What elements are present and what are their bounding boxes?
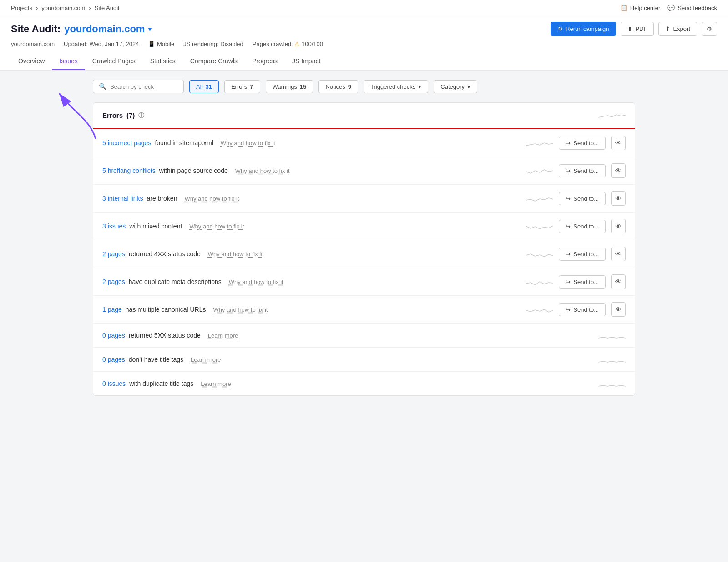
send-icon-1: ↪ [566, 167, 571, 174]
issue-link-6[interactable]: 1 page [102, 306, 122, 313]
tab-progress[interactable]: Progress [245, 53, 285, 70]
issue-link-4[interactable]: 2 pages [102, 250, 125, 258]
issue-link-9[interactable]: 0 issues [102, 380, 126, 387]
eye-button-0[interactable]: 👁 [611, 136, 626, 150]
tab-js-impact[interactable]: JS Impact [285, 53, 328, 70]
tab-compare-crawls[interactable]: Compare Crawls [183, 53, 245, 70]
send-feedback-button[interactable]: 💬 Send feedback [667, 5, 717, 11]
filter-notices-label: Notices [325, 83, 345, 90]
filter-warnings-button[interactable]: Warnings 15 [266, 80, 313, 93]
sparkline-3 [526, 221, 553, 232]
sparkline-0 [526, 137, 553, 148]
issue-row-7: 0 pages returned 5XX status code Learn m… [93, 324, 635, 348]
issue-link-0[interactable]: 5 incorrect pages [102, 139, 151, 147]
fix-link-7[interactable]: Learn more [208, 332, 238, 339]
category-dropdown[interactable]: Category ▾ [434, 80, 477, 93]
issue-row-1: 5 hreflang conflicts within page source … [93, 157, 635, 185]
issue-text-1: within page source code [159, 167, 228, 174]
domain-dropdown[interactable]: yourdomain.com ▼ [64, 23, 153, 35]
fix-link-8[interactable]: Learn more [191, 356, 221, 363]
issue-link-3[interactable]: 3 issues [102, 223, 126, 230]
fix-link-6[interactable]: Why and how to fix it [213, 306, 268, 313]
help-center-button[interactable]: 📋 Help center [620, 5, 660, 11]
issue-right-2: ↪ Send to... 👁 [526, 191, 626, 206]
issue-row-6: 1 page has multiple canonical URLs Why a… [93, 296, 635, 324]
fix-link-2[interactable]: Why and how to fix it [184, 195, 239, 202]
tab-statistics[interactable]: Statistics [143, 53, 183, 70]
filter-errors-label: Errors [231, 83, 247, 90]
eye-icon-1: 👁 [615, 167, 622, 174]
fix-link-5[interactable]: Why and how to fix it [229, 278, 283, 285]
send-button-5[interactable]: ↪ Send to... [559, 275, 606, 289]
send-label-4: Send to... [573, 251, 599, 258]
issue-link-2[interactable]: 3 internal links [102, 195, 143, 202]
search-input[interactable] [110, 83, 178, 90]
tab-crawled-pages[interactable]: Crawled Pages [85, 53, 143, 70]
fix-link-1[interactable]: Why and how to fix it [235, 167, 290, 174]
info-icon[interactable]: ⓘ [138, 111, 144, 120]
issue-right-9 [526, 378, 626, 389]
pages-crawled-meta: Pages crawled: ⚠ 100/100 [253, 41, 323, 47]
updated-meta: Updated: Wed, Jan 17, 2024 [64, 41, 139, 47]
eye-button-2[interactable]: 👁 [611, 191, 626, 206]
feedback-icon: 💬 [667, 5, 675, 11]
header: Site Audit: yourdomain.com ▼ ↻ Rerun cam… [0, 16, 728, 71]
search-icon: 🔍 [99, 83, 106, 90]
eye-icon-6: 👁 [615, 306, 622, 313]
rerun-campaign-button[interactable]: ↻ Rerun campaign [551, 22, 616, 36]
filter-warnings-count: 15 [300, 83, 306, 90]
issue-left-4: 2 pages returned 4XX status code Why and… [102, 250, 526, 258]
issue-left-1: 5 hreflang conflicts within page source … [102, 167, 526, 174]
pdf-button[interactable]: ⬆ PDF [621, 22, 654, 36]
mobile-icon: 📱 [148, 41, 155, 47]
help-icon: 📋 [620, 5, 627, 11]
filter-all-button[interactable]: All 31 [189, 80, 219, 93]
breadcrumb-projects[interactable]: Projects [11, 5, 32, 11]
send-button-0[interactable]: ↪ Send to... [559, 137, 606, 150]
eye-icon-4: 👁 [615, 250, 622, 258]
eye-button-6[interactable]: 👁 [611, 302, 626, 317]
eye-button-5[interactable]: 👁 [611, 274, 626, 289]
issue-row-2: 3 internal links are broken Why and how … [93, 185, 635, 213]
eye-icon-2: 👁 [615, 195, 622, 202]
eye-button-1[interactable]: 👁 [611, 163, 626, 178]
errors-section: Errors (7) ⓘ 5 incorrect pages found in … [93, 102, 635, 396]
export-button[interactable]: ⬆ Export [658, 22, 697, 36]
send-button-3[interactable]: ↪ Send to... [559, 220, 606, 233]
filter-errors-button[interactable]: Errors 7 [224, 80, 260, 93]
nav-tabs: Overview Issues Crawled Pages Statistics… [11, 53, 717, 70]
search-box[interactable]: 🔍 [93, 80, 184, 93]
eye-button-3[interactable]: 👁 [611, 219, 626, 233]
eye-button-4[interactable]: 👁 [611, 247, 626, 261]
issue-row-9: 0 issues with duplicate title tags Learn… [93, 372, 635, 395]
send-button-2[interactable]: ↪ Send to... [559, 192, 606, 205]
errors-count: (7) [126, 111, 135, 119]
issue-link-5[interactable]: 2 pages [102, 278, 125, 285]
issue-link-7[interactable]: 0 pages [102, 332, 125, 339]
triggered-checks-dropdown[interactable]: Triggered checks ▾ [364, 80, 428, 93]
send-label-6: Send to... [573, 306, 599, 313]
issue-left-2: 3 internal links are broken Why and how … [102, 195, 526, 202]
tab-issues[interactable]: Issues [52, 53, 85, 70]
fix-link-3[interactable]: Why and how to fix it [189, 223, 244, 230]
fix-link-0[interactable]: Why and how to fix it [221, 140, 275, 147]
issue-link-8[interactable]: 0 pages [102, 356, 125, 363]
filter-notices-button[interactable]: Notices 9 [318, 80, 358, 93]
mobile-meta: 📱 Mobile [148, 41, 174, 47]
settings-button[interactable]: ⚙ [702, 22, 717, 36]
site-audit-title-prefix: Site Audit: [11, 23, 61, 35]
send-button-4[interactable]: ↪ Send to... [559, 248, 606, 261]
fix-link-4[interactable]: Why and how to fix it [208, 251, 263, 258]
top-actions: 📋 Help center 💬 Send feedback [620, 5, 717, 11]
send-button-1[interactable]: ↪ Send to... [559, 164, 606, 177]
errors-title: Errors (7) ⓘ [102, 111, 144, 120]
breadcrumb-domain[interactable]: yourdomain.com [41, 5, 85, 11]
fix-link-9[interactable]: Learn more [201, 380, 231, 387]
send-icon-2: ↪ [566, 195, 571, 202]
issue-link-1[interactable]: 5 hreflang conflicts [102, 167, 156, 174]
sparkline-8 [598, 354, 626, 365]
top-bar: Projects › yourdomain.com › Site Audit 📋… [0, 0, 728, 16]
send-button-6[interactable]: ↪ Send to... [559, 303, 606, 316]
pdf-icon: ⬆ [627, 25, 632, 32]
tab-overview[interactable]: Overview [11, 53, 52, 70]
